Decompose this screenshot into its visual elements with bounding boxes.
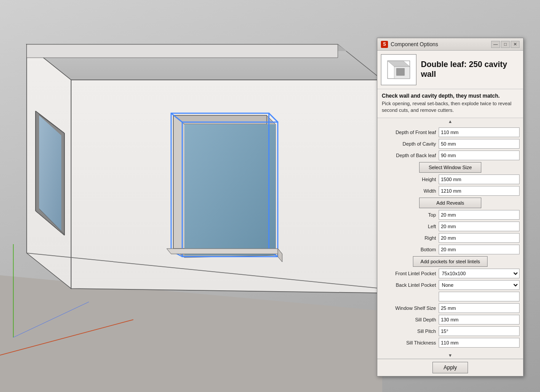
add-pockets-row: Add pockets for steel lintels [379,256,521,267]
svg-rect-35 [396,68,404,75]
height-label: Height [381,177,439,182]
sill-depth-label: Sill Depth [381,317,439,322]
scroll-down-arrow[interactable]: ▼ [377,352,523,359]
panel-titlebar: S Component Options — □ ✕ [377,38,523,51]
sill-thickness-label: Sill Thickness [381,340,439,345]
depth-cavity-row: Depth of Cavity [379,139,521,149]
building-sketch [0,0,382,392]
width-row: Width [379,186,521,196]
bottom-input[interactable] [439,245,520,254]
depth-back-leaf-label: Depth of Back leaf [381,153,439,158]
back-lintel-label: Back Lintel Pocket [381,282,439,288]
height-input[interactable] [439,174,520,184]
component-name: Double leaf: 250 cavity wall [421,60,520,79]
sill-pitch-label: Sill Pitch [381,329,439,334]
sill-thickness-input[interactable] [439,338,520,348]
depth-cavity-input[interactable] [439,139,520,149]
select-window-size-button[interactable]: Select Window Size [419,162,481,173]
depth-cavity-label: Depth of Cavity [381,141,439,147]
depth-back-leaf-row: Depth of Back leaf [379,150,521,160]
minimize-button[interactable]: — [491,41,500,48]
depth-front-leaf-label: Depth of Front leaf [381,130,439,135]
svg-marker-0 [0,275,382,392]
window-shelf-size-input[interactable] [439,303,520,313]
height-row: Height [379,174,521,184]
sill-pitch-row: Sill Pitch [379,326,521,336]
panel-title: Component Options [391,41,438,48]
sill-depth-input[interactable] [439,315,520,325]
sill-thickness-row: Sill Thickness [379,338,521,348]
svg-marker-6 [27,44,338,58]
svg-marker-16 [173,115,276,124]
close-button[interactable]: ✕ [511,41,520,48]
depth-front-leaf-row: Depth of Front leaf [379,127,521,137]
back-lintel-select[interactable]: None [439,280,520,290]
top-row: Top [379,210,521,220]
form-area: Depth of Front leaf Depth of Cavity Dept… [377,125,523,352]
window-controls: — □ ✕ [491,41,520,48]
bottom-label: Bottom [381,247,439,252]
info-text: Check wall and cavity depth, they must m… [377,89,523,118]
svg-marker-19 [184,124,276,255]
back-lintel-extra-row [379,292,521,301]
info-description: Pick opening, reveal set-backs, then exp… [382,100,519,114]
back-lintel-extra-input[interactable] [439,292,520,301]
add-reveals-button[interactable]: Add Reveals [419,198,481,208]
panel-content[interactable]: Depth of Front leaf Depth of Cavity Dept… [377,125,523,352]
right-input[interactable] [439,233,520,243]
right-row: Right [379,233,521,243]
svg-marker-26 [167,249,282,254]
scroll-up-arrow[interactable]: ▲ [377,118,523,125]
left-input[interactable] [439,222,520,231]
panel-footer: Apply [377,359,523,376]
info-title: Check wall and cavity depth, they must m… [382,93,519,99]
apply-button[interactable]: Apply [432,362,468,373]
titlebar-left: S Component Options [381,41,438,48]
width-label: Width [381,188,439,194]
top-label: Top [381,212,439,218]
component-header: Double leaf: 250 cavity wall [377,51,523,89]
depth-back-leaf-input[interactable] [439,150,520,160]
add-reveals-row: Add Reveals [379,198,521,208]
add-pockets-button[interactable]: Add pockets for steel lintels [413,256,488,267]
depth-front-leaf-input[interactable] [439,127,520,137]
sill-pitch-input[interactable] [439,326,520,336]
select-window-size-row: Select Window Size [379,162,521,173]
sill-depth-row: Sill Depth [379,315,521,325]
left-label: Left [381,224,439,229]
front-lintel-label: Front Lintel Pocket [381,271,439,276]
bottom-row: Bottom [379,245,521,254]
right-label: Right [381,235,439,241]
front-lintel-select[interactable]: 75x10x100 [439,269,520,278]
app-icon: S [381,41,388,48]
window-shelf-size-label: Window Shelf Size [381,305,439,311]
left-row: Left [379,222,521,231]
width-input[interactable] [439,186,520,196]
front-lintel-row: Front Lintel Pocket 75x10x100 [379,269,521,278]
thumbnail-svg [385,59,412,81]
top-input[interactable] [439,210,520,220]
maximize-button[interactable]: □ [501,41,510,48]
back-lintel-row: Back Lintel Pocket None [379,280,521,290]
component-thumbnail [381,54,416,85]
window-shelf-size-row: Window Shelf Size [379,303,521,313]
component-options-panel: S Component Options — □ ✕ Double leaf: 2… [377,38,524,376]
